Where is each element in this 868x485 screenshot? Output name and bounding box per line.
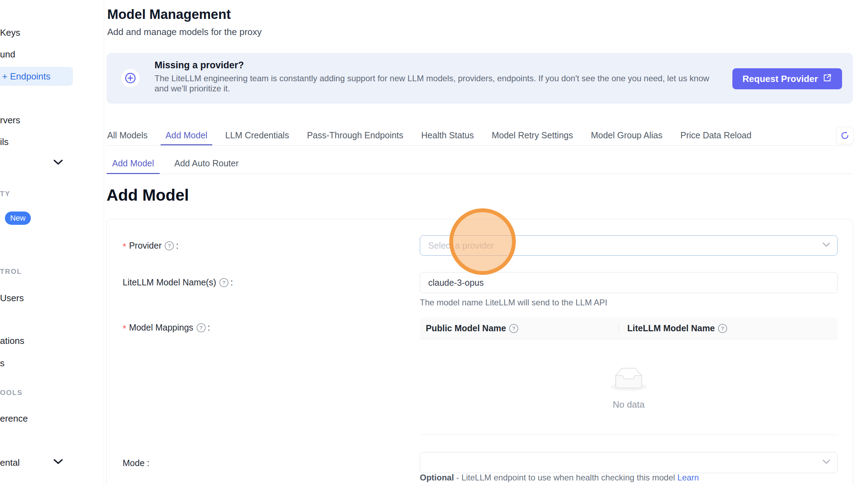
tab-llm-credentials[interactable]: LLM Credentials — [225, 130, 289, 145]
model-name-input[interactable] — [420, 272, 838, 293]
chevron-down-icon — [822, 242, 830, 249]
new-badge: New — [5, 212, 31, 225]
sidebar-item-models-endpoints[interactable]: + Endpoints — [0, 67, 73, 86]
request-provider-button[interactable]: Request Provider — [732, 68, 842, 89]
mappings-table-header: Public Model Name ? LiteLLM Model Name ? — [420, 318, 838, 339]
tabbar-divider — [107, 145, 853, 146]
sidebar-item-servers[interactable]: rvers — [0, 115, 20, 126]
tab-all-models[interactable]: All Models — [107, 130, 148, 145]
chevron-down-icon[interactable] — [53, 159, 61, 164]
column-header-label: Public Model Name — [426, 323, 506, 333]
sidebar-item-users[interactable]: Users — [0, 293, 24, 304]
help-icon[interactable]: ? — [219, 278, 228, 287]
sub-tabs: Add Model Add Auto Router — [107, 158, 244, 174]
label-colon: : — [231, 277, 233, 287]
sidebar-section-label: OOLS — [0, 389, 23, 397]
label-colon: : — [176, 241, 178, 251]
tab-price-data-reload[interactable]: Price Data Reload — [680, 130, 751, 145]
sidebar-item-organizations[interactable]: ations — [0, 335, 24, 346]
sidebar-item-rails[interactable]: ils — [0, 137, 9, 147]
mode-helper-bold: Optional — [420, 473, 454, 482]
subtab-add-model[interactable]: Add Model — [107, 158, 160, 174]
sidebar: Keys und + Endpoints rvers ils TY New TR… — [0, 0, 104, 485]
model-mappings-label: * Model Mappings ? : — [123, 322, 210, 333]
chevron-down-icon — [822, 459, 830, 466]
sidebar-item-keys[interactable]: Keys — [0, 27, 20, 38]
label-colon: : — [147, 458, 150, 468]
model-mappings-label-text: Model Mappings — [129, 323, 193, 333]
sidebar-section-label: TY — [0, 190, 11, 198]
model-name-helper: The model name LiteLLM will send to the … — [420, 298, 607, 307]
provider-placeholder: Select a provider — [428, 241, 494, 251]
model-name-label-text: LiteLLM Model Name(s) — [123, 277, 216, 287]
mode-select[interactable] — [420, 452, 838, 473]
sidebar-item-teams[interactable]: s — [0, 358, 5, 369]
request-provider-label: Request Provider — [743, 74, 818, 84]
mode-label: Mode : — [123, 458, 150, 468]
model-name-label: LiteLLM Model Name(s) ? : — [123, 277, 233, 287]
tab-model-group-alias[interactable]: Model Group Alias — [591, 130, 662, 145]
external-link-icon — [823, 73, 832, 85]
column-header-public-model-name: Public Model Name ? — [420, 323, 618, 333]
plus-circle-icon — [121, 69, 139, 87]
mode-helper: Optional - LiteLLM endpoint to use when … — [420, 473, 699, 483]
column-header-litellm-model-name: LiteLLM Model Name ? — [618, 323, 729, 333]
column-header-label: LiteLLM Model Name — [627, 323, 715, 333]
label-colon: : — [208, 323, 210, 333]
provider-label-text: Provider — [129, 241, 162, 251]
empty-inbox-icon — [611, 368, 647, 392]
tab-add-model[interactable]: Add Model — [165, 130, 207, 145]
tab-model-retry-settings[interactable]: Model Retry Settings — [492, 130, 573, 145]
sidebar-item-experimental[interactable]: ental — [0, 457, 20, 468]
refresh-button[interactable] — [836, 127, 854, 144]
sidebar-item-playground[interactable]: und — [0, 49, 15, 60]
help-icon[interactable]: ? — [197, 323, 206, 332]
chevron-down-icon[interactable] — [53, 459, 61, 464]
required-mark: * — [123, 241, 126, 252]
banner-title: Missing a provider? — [155, 60, 244, 71]
refresh-icon — [840, 131, 850, 140]
page-title: Model Management — [107, 7, 231, 22]
column-divider — [618, 324, 619, 333]
sidebar-section-label: TROL — [0, 268, 22, 276]
help-icon[interactable]: ? — [165, 241, 174, 250]
main-tabs: All Models Add Model LLM Credentials Pas… — [107, 130, 751, 145]
learn-link[interactable]: Learn — [677, 473, 699, 482]
page-subtitle: Add and manage models for the proxy — [107, 27, 262, 37]
help-icon[interactable]: ? — [509, 324, 518, 333]
provider-select[interactable]: Select a provider — [420, 235, 838, 256]
help-icon[interactable]: ? — [718, 324, 727, 333]
tab-health-status[interactable]: Health Status — [421, 130, 474, 145]
missing-provider-banner: Missing a provider? The LiteLLM engineer… — [107, 53, 853, 104]
form-heading: Add Model — [107, 186, 189, 205]
subtab-add-auto-router[interactable]: Add Auto Router — [169, 158, 244, 174]
required-mark: * — [123, 323, 126, 334]
no-data-text: No data — [420, 399, 838, 410]
mappings-table-body: No data — [420, 339, 838, 435]
sidebar-item-reference[interactable]: erence — [0, 413, 28, 424]
mode-helper-text: - LiteLLM endpoint to use when health ch… — [456, 473, 675, 482]
banner-body: The LiteLLM engineering team is constant… — [155, 73, 715, 93]
sidebar-item-label: + Endpoints — [2, 71, 50, 82]
model-management-page: Keys und + Endpoints rvers ils TY New TR… — [0, 0, 868, 485]
mode-label-text: Mode — [123, 458, 145, 468]
tab-pass-through-endpoints[interactable]: Pass-Through Endpoints — [307, 130, 403, 145]
provider-label: * Provider ? : — [123, 240, 178, 251]
